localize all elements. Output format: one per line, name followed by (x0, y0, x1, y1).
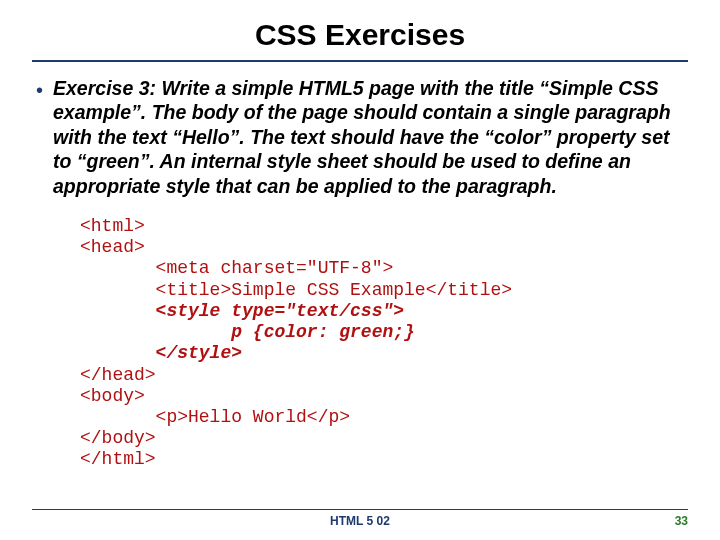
slide-title: CSS Exercises (32, 18, 688, 60)
code-line: </style> (80, 343, 688, 364)
code-line: </html> (80, 449, 688, 470)
code-line: <head> (80, 237, 688, 258)
bullet-icon: • (36, 76, 43, 102)
code-line: <title>Simple CSS Example</title> (80, 280, 688, 301)
code-line: <html> (80, 216, 688, 237)
slide-footer: HTML 5 02 33 (0, 509, 720, 528)
code-line: <body> (80, 386, 688, 407)
code-line: <style type="text/css"> (80, 301, 688, 322)
code-line: p {color: green;} (80, 322, 688, 343)
code-line: </head> (80, 365, 688, 386)
exercise-text: Exercise 3: Write a simple HTML5 page wi… (53, 76, 684, 198)
code-line: </body> (80, 428, 688, 449)
footer-row: HTML 5 02 33 (32, 514, 688, 528)
slide: CSS Exercises • Exercise 3: Write a simp… (0, 0, 720, 540)
title-divider (32, 60, 688, 62)
footer-divider (32, 509, 688, 510)
code-line: <meta charset="UTF-8"> (80, 258, 688, 279)
bullet-item: • Exercise 3: Write a simple HTML5 page … (32, 76, 688, 198)
code-line: <p>Hello World</p> (80, 407, 688, 428)
page-number: 33 (469, 514, 688, 528)
footer-center: HTML 5 02 (251, 514, 470, 528)
code-block: <html> <head> <meta charset="UTF-8"> <ti… (80, 216, 688, 471)
